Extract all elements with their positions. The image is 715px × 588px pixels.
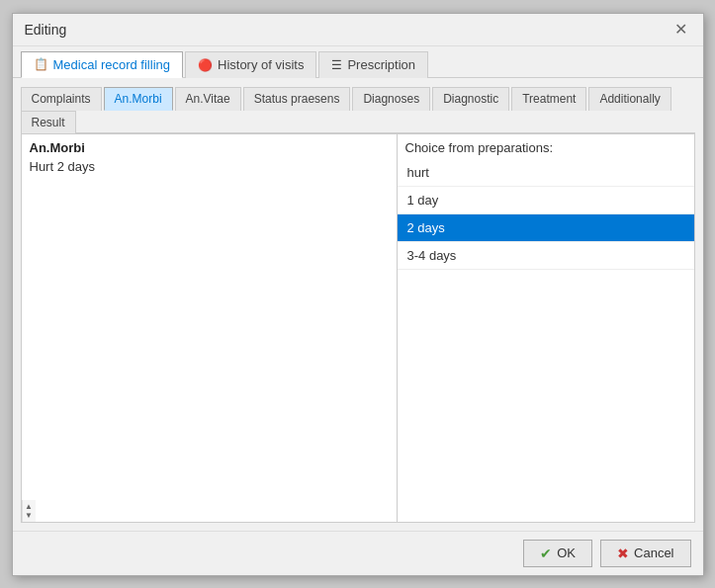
main-tabs: 📋 Medical record filling 🔴 History of vi… [13, 46, 703, 78]
ok-label: OK [557, 546, 576, 560]
subtab-diagnoses[interactable]: Diagnoses [352, 87, 430, 111]
subtab-anvitae[interactable]: An.Vitae [175, 87, 241, 111]
subtab-result[interactable]: Result [21, 111, 76, 133]
choice-item-1day[interactable]: 1 day [398, 187, 694, 214]
scroll-down-arrow[interactable]: ▼ [25, 511, 33, 520]
choice-item-hurt[interactable]: hurt [398, 159, 694, 187]
close-button[interactable]: ✕ [670, 22, 691, 38]
ok-button[interactable]: ✔ OK [523, 540, 592, 567]
right-pane: Choice from preparations: hurt 1 day 2 d… [398, 134, 694, 522]
anmorbi-text: Hurt 2 days [30, 159, 95, 174]
cancel-icon: ✖ [617, 546, 629, 561]
sub-tabs: Complaints An.Morbi An.Vitae Status prae… [21, 86, 695, 133]
cancel-label: Cancel [634, 546, 673, 560]
tab-medical-record[interactable]: 📋 Medical record filling [21, 51, 184, 78]
scroll-up-arrow[interactable]: ▲ [25, 502, 33, 511]
choice-item-2days[interactable]: 2 days [398, 214, 694, 242]
choice-item-34days[interactable]: 3-4 days [398, 242, 694, 270]
content-area: Complaints An.Morbi An.Vitae Status prae… [13, 78, 703, 531]
subtab-diagnostic[interactable]: Diagnostic [432, 87, 509, 111]
subtab-additionally[interactable]: Additionally [588, 87, 670, 111]
main-panel: An.Morbi Hurt 2 days ▲ ▼ Choice from pre… [21, 133, 695, 523]
tab-prescription[interactable]: ☰ Prescription [318, 51, 428, 78]
prescription-icon: ☰ [331, 58, 342, 72]
left-pane-content[interactable]: Hurt 2 days [22, 159, 397, 500]
left-pane-title: An.Morbi [22, 134, 397, 159]
tab-history-visits[interactable]: 🔴 History of visits [185, 51, 316, 78]
subtab-status[interactable]: Status praesens [243, 87, 351, 111]
dialog-title: Editing [25, 22, 67, 38]
left-scrollbar[interactable]: ▲ ▼ [22, 500, 36, 522]
cancel-button[interactable]: ✖ Cancel [600, 540, 690, 567]
medical-icon: 📋 [34, 57, 48, 71]
tab-history-label: History of visits [218, 57, 304, 72]
right-pane-title: Choice from preparations: [398, 134, 694, 159]
footer: ✔ OK ✖ Cancel [13, 531, 703, 575]
tab-medical-label: Medical record filling [53, 57, 171, 72]
history-icon: 🔴 [198, 58, 213, 72]
subtab-treatment[interactable]: Treatment [511, 87, 586, 111]
left-pane: An.Morbi Hurt 2 days ▲ ▼ [22, 134, 398, 522]
title-bar: Editing ✕ [13, 14, 703, 46]
ok-icon: ✔ [540, 546, 552, 561]
editing-dialog: Editing ✕ 📋 Medical record filling 🔴 His… [12, 13, 704, 576]
tab-prescription-label: Prescription [347, 57, 415, 72]
subtab-complaints[interactable]: Complaints [21, 87, 102, 111]
subtab-anmorbi[interactable]: An.Morbi [104, 87, 173, 111]
choice-list: hurt 1 day 2 days 3-4 days [398, 159, 694, 522]
